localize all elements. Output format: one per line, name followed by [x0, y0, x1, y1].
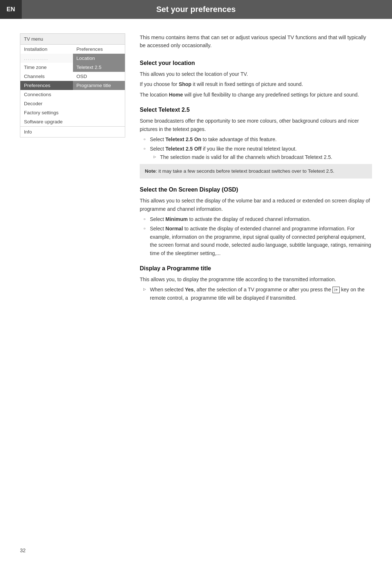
- section-body-programme: This allows you, to display the programm…: [140, 275, 372, 302]
- menu-cell-channels: Channels: [20, 72, 73, 81]
- menu-info-row: Info: [20, 127, 125, 138]
- menu-row[interactable]: ............ Location: [20, 54, 125, 63]
- menu-cell-osd: OSD: [73, 72, 125, 81]
- section-title-programme: Display a Programme title: [140, 265, 372, 272]
- menu-cell-software-right: [73, 117, 125, 127]
- section-body-location: This allows you to select the location o…: [140, 70, 372, 99]
- section-select-teletext: Select Teletext 2.5 Some broadcasters of…: [140, 107, 372, 179]
- menu-cell-connections: Connections: [20, 90, 73, 99]
- intro-text: This menu contains items that can set or…: [140, 33, 372, 50]
- teletext-para-1: Some broadcasters offer the opportunity …: [140, 117, 372, 133]
- section-programme-title: Display a Programme title This allows yo…: [140, 265, 372, 302]
- menu-cell-timezone: Time zone: [20, 63, 73, 72]
- menu-cell-factory-right: [73, 108, 125, 117]
- section-body-teletext: Some broadcasters offer the opportunity …: [140, 117, 372, 179]
- section-select-location: Select your location This allows you to …: [140, 60, 372, 99]
- language-badge: EN: [0, 0, 22, 19]
- menu-cell-dots: ............: [20, 54, 73, 63]
- menu-row[interactable]: Time zone Teletext 2.5: [20, 63, 125, 72]
- page-number: 32: [20, 547, 26, 553]
- section-title-osd: Select the On Screen Display (OSD): [140, 186, 372, 193]
- menu-cell-location: Location: [73, 54, 125, 63]
- section-body-osd: This allows you to select the display of…: [140, 197, 372, 257]
- menu-cell-software-upgrade: Software upgrade: [20, 117, 73, 127]
- menu-info-label: Info: [20, 127, 125, 138]
- teletext-note: Note: it may take a few seconds before t…: [140, 164, 372, 179]
- header-bar: EN Set your preferences: [0, 0, 392, 19]
- section-title-teletext: Select Teletext 2.5: [140, 107, 372, 113]
- content-panel: This menu contains items that can set or…: [140, 33, 372, 310]
- menu-cell-factory-settings: Factory settings: [20, 108, 73, 117]
- menu-cell-teletext: Teletext 2.5: [73, 63, 125, 72]
- menu-row[interactable]: Preferences Programme title: [20, 81, 125, 90]
- teletext-bullet-2: Select Teletext 2.5 Off if you like the …: [143, 145, 372, 161]
- menu-row[interactable]: Decoder: [20, 99, 125, 108]
- menu-cell-installation: Installation: [20, 45, 73, 54]
- location-para-3: The location Home will give full flexibi…: [140, 91, 372, 99]
- menu-row[interactable]: Installation Preferences: [20, 45, 125, 54]
- osd-para-1: This allows you to select the display of…: [140, 197, 372, 213]
- menu-row[interactable]: Channels OSD: [20, 72, 125, 81]
- osd-bullet-2: Select Normal to activate the display of…: [143, 225, 372, 257]
- location-para-1: This allows you to select the location o…: [140, 70, 372, 78]
- location-para-2: If you choose for Shop it will result in…: [140, 80, 372, 88]
- menu-cell-decoder-right: [73, 99, 125, 108]
- tv-menu-table: TV menu Installation Preferences .......…: [20, 33, 125, 138]
- page-title: Set your preferences: [22, 5, 392, 14]
- menu-panel: TV menu Installation Preferences .......…: [20, 33, 125, 310]
- osd-bullet-list: Select Minimum to activate the display o…: [140, 215, 372, 257]
- osd-bullet-1: Select Minimum to activate the display o…: [143, 215, 372, 223]
- programme-sub-1: When selected Yes, after the selection o…: [143, 286, 372, 302]
- menu-cell-preferences-active: Preferences: [20, 81, 73, 90]
- section-title-location: Select your location: [140, 60, 372, 66]
- main-content: TV menu Installation Preferences .......…: [0, 19, 392, 324]
- menu-row[interactable]: Factory settings: [20, 108, 125, 117]
- menu-cell-connections-right: [73, 90, 125, 99]
- teletext-bullet-list: Select Teletext 2.5 On to take advantage…: [140, 135, 372, 161]
- section-select-osd: Select the On Screen Display (OSD) This …: [140, 186, 372, 257]
- teletext-sub-1: The selection made is valid for all the …: [154, 153, 372, 161]
- programme-para-1: This allows you, to display the programm…: [140, 275, 372, 283]
- menu-row[interactable]: Connections: [20, 90, 125, 99]
- menu-row[interactable]: Software upgrade: [20, 117, 125, 127]
- menu-cell-preferences: Preferences: [73, 45, 125, 54]
- menu-cell-programme-title: Programme title: [73, 81, 125, 90]
- teletext-sub-list: The selection made is valid for all the …: [150, 153, 372, 161]
- programme-sub-list: When selected Yes, after the selection o…: [140, 286, 372, 302]
- teletext-bullet-1: Select Teletext 2.5 On to take advantage…: [143, 135, 372, 143]
- menu-cell-decoder: Decoder: [20, 99, 73, 108]
- tv-menu-header: TV menu: [20, 34, 125, 45]
